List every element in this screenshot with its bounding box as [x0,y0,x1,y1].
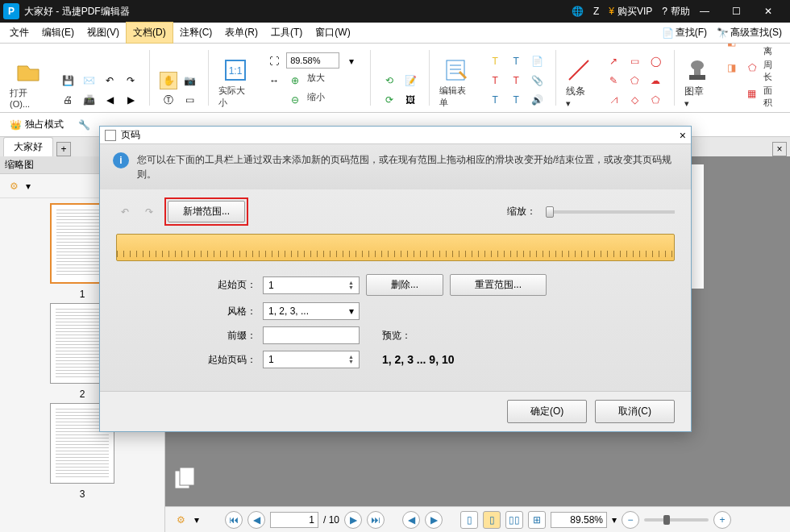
hand-tool-icon[interactable]: ✋ [160,72,177,89]
multi-page-icon[interactable] [172,464,199,492]
user-initial[interactable]: Z [593,6,599,17]
zoom-in-button[interactable]: + [713,511,731,529]
continuous-icon[interactable]: ▯ [483,511,501,529]
cancel-button[interactable]: 取消(C) [595,400,675,423]
tab-active[interactable]: 大家好 [3,137,53,156]
star-icon[interactable]: ⬠ [647,91,664,109]
add-range-button[interactable]: 新增范围... [168,201,245,222]
menu-edit[interactable]: 编辑(E) [35,23,81,43]
edit-form-icon[interactable] [443,57,469,83]
open-icon[interactable] [15,60,41,85]
zoom-dropdown-icon[interactable]: ▾ [343,52,360,70]
polygon-icon[interactable]: ⬠ [626,72,643,89]
single-page-icon[interactable]: ▯ [460,511,478,529]
save-icon[interactable]: 💾 [59,72,77,89]
adv-find-button[interactable]: 🔭高级查找(S) [712,26,787,39]
select-text-icon[interactable]: Ⓣ [160,91,177,109]
next-page-button[interactable]: ▶ [344,511,362,529]
arrow-icon[interactable]: ↗ [605,52,622,70]
first-page-button[interactable]: ⏮ [225,511,243,529]
fit-page-icon[interactable]: ⛶ [265,52,283,70]
stamp-icon[interactable] [684,57,710,83]
perimeter-icon[interactable]: ⬠ [743,59,760,77]
menu-comment[interactable]: 注释(C) [173,23,219,43]
zoom-out-icon[interactable]: ⊖ [286,91,304,109]
underline-icon[interactable]: T [486,91,504,109]
eraser-icon[interactable]: ◧ [723,44,740,51]
text-box-icon[interactable]: T [507,52,525,70]
menu-document[interactable]: 文档(D) [126,22,173,44]
find-button[interactable]: 📄查找(F) [657,26,712,39]
rect-icon[interactable]: ▭ [626,52,643,70]
prev-view-icon[interactable]: ◀ [101,91,118,109]
attach-icon[interactable]: 📎 [528,72,546,89]
zoom-input[interactable] [286,52,339,69]
zoom-in-icon[interactable]: ⊕ [286,72,304,89]
snapshot-icon[interactable]: 📷 [181,72,198,89]
callout-icon[interactable]: T [507,72,525,89]
rhombus-icon[interactable]: ◇ [626,91,643,109]
settings-wrench-icon[interactable]: 🔧 [73,118,95,132]
start-num-input[interactable]: 1▲▼ [263,351,360,368]
dialog-undo-icon[interactable]: ↶ [116,203,134,221]
typewriter-icon[interactable]: T [507,91,525,109]
cloud-icon[interactable]: ☁ [647,72,664,89]
mail-icon[interactable]: ✉️ [80,72,98,89]
undo-icon[interactable]: ↶ [101,72,118,89]
prefix-input[interactable] [263,326,360,344]
page-number-input[interactable] [270,512,318,528]
menu-file[interactable]: 文件 [3,23,35,43]
edit-image-icon[interactable]: 🖼 [401,91,419,109]
rotate-cw-icon[interactable]: ⟳ [380,91,398,109]
add-tab-button[interactable]: + [56,142,71,156]
zoom-value-input[interactable] [551,512,607,528]
menu-tools[interactable]: 工具(T) [264,23,309,43]
sb-options-icon[interactable]: ⚙ [172,511,189,529]
menu-view[interactable]: 视图(V) [81,23,126,43]
highlight-icon[interactable]: T [486,52,504,70]
maximize-button[interactable]: ☐ [732,6,755,17]
eraser2-icon[interactable]: ◨ [723,59,740,77]
close-tab-button[interactable]: × [772,142,787,156]
strikeout-icon[interactable]: T [486,72,504,89]
continuous-facing-icon[interactable]: ⊞ [528,511,546,529]
polyline-icon[interactable]: ⩘ [605,91,622,109]
note-icon[interactable]: 📄 [528,52,546,70]
menu-window[interactable]: 窗口(W) [309,23,356,43]
delete-range-button[interactable]: 删除... [366,274,443,296]
redo-icon[interactable]: ↷ [122,72,139,89]
start-page-input[interactable]: 1▲▼ [263,276,360,294]
distance-icon[interactable]: ↔ [743,44,760,51]
page-range-ruler[interactable] [116,234,675,261]
style-select[interactable]: 1, 2, 3, ...▾ [263,302,360,320]
print-icon[interactable]: 🖨 [59,91,77,109]
prev-page-button[interactable]: ◀ [247,511,265,529]
last-page-button[interactable]: ⏭ [367,511,385,529]
edit-text-icon[interactable]: 📝 [401,72,419,89]
sound-icon[interactable]: 🔊 [528,91,546,109]
fit-width-icon[interactable]: ↔ [265,72,283,89]
minimize-button[interactable]: — [700,6,722,17]
reset-range-button[interactable]: 重置范围... [450,274,547,296]
ellipse-icon[interactable]: ◯ [647,52,664,70]
dialog-close-button[interactable]: × [680,129,686,142]
dialog-zoom-slider[interactable] [546,210,675,214]
facing-icon[interactable]: ▯▯ [505,511,523,529]
actual-size-icon[interactable]: 1:1 [222,57,248,83]
globe-icon[interactable]: 🌐 [572,6,584,17]
zoom-out-button[interactable]: − [622,511,639,529]
zoom-slider[interactable] [644,518,709,522]
line-tool-icon[interactable] [566,57,592,83]
close-button[interactable]: ✕ [764,6,787,17]
help-button[interactable]: ?帮助 [662,5,690,19]
select-annot-icon[interactable]: ▭ [181,91,198,109]
menu-form[interactable]: 表单(R) [218,23,264,43]
ok-button[interactable]: 确定(O) [507,400,587,423]
nav-fwd-button[interactable]: ▶ [425,511,443,529]
area-icon[interactable]: ▦ [743,85,760,102]
dialog-redo-icon[interactable]: ↷ [140,203,158,221]
pencil-icon[interactable]: ✎ [605,72,622,89]
scan-icon[interactable]: 📠 [80,91,98,109]
nav-back-button[interactable]: ◀ [402,511,420,529]
buy-vip-button[interactable]: ¥购买VIP [609,5,652,19]
